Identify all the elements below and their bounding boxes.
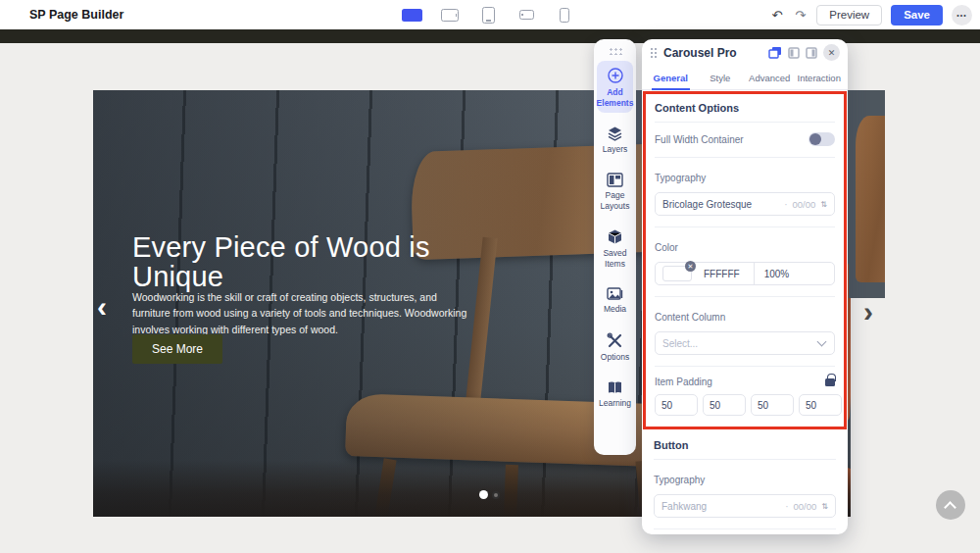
builder-toolbar: Add Elements Layers Page Layouts Saved I… [594, 39, 636, 455]
padding-bottom-input[interactable] [751, 394, 794, 416]
tablet-landscape-device-icon[interactable] [438, 4, 462, 25]
color-row: Color ✕ FFFFFF 100% [655, 227, 835, 297]
book-icon [607, 380, 623, 395]
mobile-portrait-device-icon[interactable] [553, 4, 576, 25]
toolbar-item-label: Options [601, 352, 629, 363]
content-column-placeholder: Select... [662, 338, 812, 349]
button-typography-label: Typography [654, 475, 705, 485]
tab-style[interactable]: Style [696, 66, 746, 89]
toolbar-item-learning[interactable]: Learning [597, 375, 633, 414]
color-hex-value: FFFFFF [704, 269, 740, 279]
content-column-label: Content Column [655, 312, 725, 323]
preview-button[interactable]: Preview [816, 5, 882, 25]
toolbar-item-add-elements[interactable]: Add Elements [597, 61, 633, 113]
chevron-up-icon [944, 501, 956, 514]
full-width-container-label: Full Width Container [655, 134, 744, 145]
button-font-value: Fahkwang [662, 501, 780, 512]
tools-icon [607, 332, 623, 349]
typography-label: Typography [655, 173, 706, 183]
close-icon[interactable]: ✕ [823, 44, 840, 61]
carousel-next-icon[interactable]: › [863, 297, 873, 327]
see-more-button[interactable]: See More [132, 334, 222, 364]
button-heading: Button [654, 439, 836, 460]
hero-heading: Every Piece of Wood is Unique [132, 233, 466, 292]
toolbar-item-label: Media [604, 304, 626, 315]
save-button[interactable]: Save [891, 5, 943, 25]
toolbar-item-layers[interactable]: Layers [597, 120, 633, 160]
typography-edit-icon[interactable]: ⇅ [821, 502, 828, 511]
typography-weight-value: 00/00 [793, 199, 816, 210]
color-field[interactable]: ✕ FFFFFF 100% [655, 262, 835, 285]
content-options-heading: Content Options [655, 102, 835, 123]
dock-right-icon[interactable] [806, 47, 817, 59]
toolbar-item-label: Page Layouts [598, 190, 632, 211]
button-section: Button Typography Fahkwang · 00/00 ⇅ Sty… [642, 429, 848, 534]
toolbar-item-saved-items[interactable]: Saved Items [597, 223, 633, 274]
mobile-landscape-device-icon[interactable] [514, 4, 538, 25]
toolbar-item-media[interactable]: Media [597, 280, 633, 320]
panel-drag-handle[interactable] [650, 47, 657, 58]
typography-separator: · [785, 501, 788, 512]
toolbar-item-label: Saved Items [598, 248, 632, 269]
cube-icon [607, 228, 623, 245]
toolbar-item-options[interactable]: Options [597, 327, 633, 368]
full-width-container-row: Full Width Container [655, 123, 835, 158]
tab-advanced[interactable]: Advanced [745, 66, 795, 89]
padding-right-input[interactable] [703, 394, 746, 416]
toolbar-drag-handle[interactable] [609, 47, 622, 55]
content-column-select[interactable]: Select... [655, 331, 835, 355]
carousel-next-slide-peek [849, 90, 885, 298]
carousel-dot-active[interactable] [479, 490, 488, 499]
item-padding-row: Item Padding [655, 367, 835, 418]
scroll-to-top-button[interactable] [936, 490, 965, 520]
typography-font-field[interactable]: Bricolage Grotesque · 00/00 ⇅ [655, 192, 835, 216]
page-layout-icon [607, 173, 623, 187]
color-opacity-value: 100% [764, 269, 790, 279]
hero-description: Woodworking is the skill or craft of cre… [132, 289, 477, 337]
tablet-portrait-device-icon[interactable] [476, 4, 500, 25]
undo-icon[interactable]: ↶ [769, 7, 784, 24]
clear-color-icon[interactable]: ✕ [685, 261, 696, 272]
color-label: Color [655, 242, 678, 253]
carousel-dots [479, 490, 500, 499]
padding-left-input[interactable] [799, 394, 842, 416]
redo-icon[interactable]: ↷ [793, 7, 808, 24]
content-column-row: Content Column Select... [655, 297, 835, 367]
padding-top-input[interactable] [655, 394, 698, 416]
field-divider [754, 262, 755, 285]
toolbar-item-label: Add Elements [597, 87, 634, 108]
lock-icon[interactable] [825, 378, 835, 386]
layers-icon [607, 126, 623, 141]
content-options-highlighted-group: Content Options Full Width Container Typ… [643, 91, 847, 429]
desktop-device-icon[interactable] [400, 4, 423, 25]
toolbar-item-label: Learning [599, 398, 631, 409]
button-style-row: Style Custom ✕ [654, 529, 836, 534]
typography-edit-icon[interactable]: ⇅ [820, 200, 827, 209]
button-typography-field[interactable]: Fahkwang · 00/00 ⇅ [654, 494, 836, 518]
full-width-container-toggle[interactable] [808, 132, 835, 146]
typography-font-value: Bricolage Grotesque [662, 199, 779, 210]
tab-interaction[interactable]: Interaction [795, 66, 845, 89]
peek-chair-back [856, 116, 885, 282]
color-swatch[interactable]: ✕ [662, 266, 692, 281]
button-typography-row: Typography Fahkwang · 00/00 ⇅ [654, 460, 836, 529]
dock-left-icon[interactable] [788, 47, 800, 59]
item-padding-label: Item Padding [655, 377, 712, 387]
button-weight-value: 00/00 [794, 501, 817, 512]
typography-separator: · [784, 199, 787, 210]
panel-title: Carousel Pro [663, 46, 737, 60]
top-toolbar: SP Page Builder ↶ ↷ Preview Save ••• [0, 0, 980, 29]
app-title: SP Page Builder [29, 8, 123, 22]
more-options-button[interactable]: ••• [952, 5, 972, 25]
tab-general[interactable]: General [646, 66, 696, 89]
carousel-dot-inactive[interactable] [492, 491, 500, 499]
panel-tabs: General Style Advanced Interaction [642, 66, 848, 90]
plus-circle-icon [607, 67, 624, 84]
typography-row: Typography Bricolage Grotesque · 00/00 ⇅ [655, 158, 835, 227]
duplicate-panel-icon[interactable] [768, 46, 782, 59]
toolbar-item-page-layouts[interactable]: Page Layouts [597, 167, 633, 216]
panel-header: Carousel Pro ✕ [642, 39, 848, 66]
carousel-prev-icon[interactable]: ‹ [97, 292, 107, 322]
settings-panel: Carousel Pro ✕ General Style Advanced In… [642, 39, 848, 534]
image-icon [607, 286, 623, 301]
